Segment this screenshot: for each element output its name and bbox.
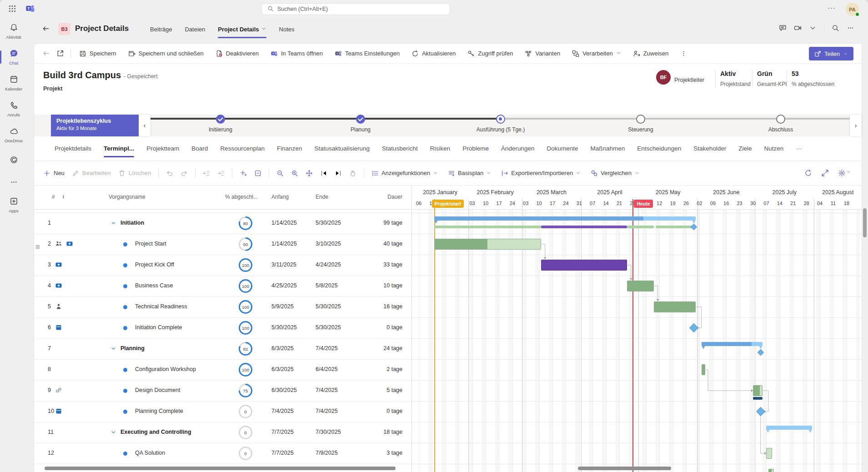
sidebar-item-kalender[interactable]: Kalender — [0, 70, 27, 96]
table-row-7[interactable]: 7Planning826/3/20257/4/202524 tage — [34, 338, 411, 359]
tab-nutzen[interactable]: Nutzen — [764, 136, 783, 161]
table-row-12[interactable]: 12QA Solution07/7/20257/9/20253 tage — [34, 443, 411, 464]
sidebar-item-apps[interactable]: Apps — [0, 192, 27, 218]
tab-entscheidungen[interactable]: Entscheidungen — [637, 136, 681, 161]
channel-tab-beiträge[interactable]: Beiträge — [150, 18, 172, 40]
column-header-5[interactable]: Ende — [316, 194, 328, 200]
tab-projektdetails[interactable]: Projektdetails — [55, 136, 91, 161]
back-button[interactable] — [42, 50, 50, 57]
vertical-scrollbar[interactable] — [863, 208, 867, 237]
tab-dokumente[interactable]: Dokumente — [547, 136, 578, 161]
basisplan-menu[interactable]: Basisplan — [448, 170, 491, 177]
task-bar-5[interactable] — [654, 301, 696, 312]
search-input[interactable]: Suchen (Ctrl+Alt+E) — [261, 3, 450, 15]
column-header-2[interactable]: Vorgangsname — [109, 194, 146, 200]
chevron-down-icon[interactable] — [110, 429, 116, 437]
task-bar-2[interactable] — [434, 239, 541, 250]
collapse-all-icon[interactable] — [254, 170, 261, 177]
zoom-fit-icon[interactable] — [306, 170, 313, 177]
sidebar-item-more-dots[interactable] — [0, 174, 27, 192]
tab-ressourcenplan[interactable]: Ressourcenplan — [220, 136, 265, 161]
task-bar-8[interactable] — [702, 364, 705, 375]
task-bar-13[interactable] — [768, 469, 774, 472]
task-bar-9[interactable] — [753, 385, 763, 396]
tab-finanzen[interactable]: Finanzen — [277, 136, 302, 161]
zoom-out-icon[interactable] — [276, 170, 284, 177]
tab-ziele[interactable]: Ziele — [738, 136, 752, 161]
tab-änderungen[interactable]: Änderungen — [501, 136, 535, 161]
summary-bar-7[interactable] — [702, 342, 763, 346]
bpf-stage-label[interactable]: Projektlebenszyklus Aktiv für 3 Monate — [51, 115, 139, 136]
share-button[interactable]: Teilen — [809, 47, 853, 60]
bpf-stage-initiierung[interactable]: Initiierung — [151, 115, 291, 133]
chevron-down-icon[interactable] — [809, 24, 817, 34]
column-header-1[interactable]: i — [60, 194, 66, 201]
row-drag-handle-icon[interactable] — [35, 244, 41, 252]
owner-avatar[interactable]: BF — [656, 70, 671, 85]
column-header-0[interactable]: # — [52, 194, 55, 200]
bpf-stage-steuerung[interactable]: Steuerung — [571, 115, 711, 133]
table-horizontal-scrollbar[interactable] — [45, 467, 396, 470]
waffle-icon[interactable] — [8, 5, 16, 15]
channel-badge[interactable]: B3 — [58, 23, 70, 35]
vergleichen-menu[interactable]: Vergleichen — [591, 170, 639, 177]
tab-projektteam[interactable]: Projektteam — [146, 136, 179, 161]
table-row-2[interactable]: 2Project Start501/14/20253/10/202540 tag… — [34, 234, 411, 255]
table-row-10[interactable]: 10Planning Complete07/4/20257/4/20250 ta… — [34, 401, 411, 422]
refresh-button[interactable] — [804, 169, 812, 177]
deaktivieren-button[interactable]: Deaktivieren — [216, 50, 259, 57]
gear-button[interactable] — [838, 169, 851, 177]
neu-button[interactable]: Neu — [43, 170, 65, 177]
speichern-und-schließen-button[interactable]: Speichern und schließen — [128, 50, 204, 57]
chart-horizontal-scrollbar[interactable] — [578, 467, 671, 470]
task-bar-12[interactable] — [766, 448, 772, 459]
varianten-button[interactable]: Varianten — [525, 50, 560, 57]
jump-start-icon[interactable] — [320, 170, 327, 177]
comment-icon[interactable] — [779, 24, 787, 34]
zugriff-prüfen-button[interactable]: Zugriff prüfen — [467, 50, 513, 57]
summary-bar-11[interactable] — [766, 426, 812, 430]
jump-end-icon[interactable] — [335, 170, 342, 177]
popout-button[interactable] — [56, 50, 64, 57]
aktualisieren-button[interactable]: Aktualisieren — [411, 50, 456, 57]
table-row-8[interactable]: 8Configuration Workshop1006/3/20256/4/20… — [34, 359, 411, 380]
video-icon[interactable] — [794, 24, 802, 34]
table-row-3[interactable]: 3Project Kick Off1003/11/20254/24/202533… — [34, 255, 411, 276]
search-icon[interactable] — [832, 24, 839, 34]
tab-terminpl-[interactable]: Terminpl... — [104, 136, 134, 161]
tab-probleme[interactable]: Probleme — [462, 136, 489, 161]
sidebar-item-anrufe[interactable]: Anrufe — [0, 96, 27, 122]
expand-button[interactable] — [821, 169, 829, 177]
tab-board[interactable]: Board — [191, 136, 208, 161]
bpf-next-button[interactable]: › — [850, 115, 862, 136]
table-row-6[interactable]: 6Initiation Complete1005/30/20255/30/202… — [34, 317, 411, 338]
exportieren-importieren-menu[interactable]: Exportieren/Importieren — [501, 170, 581, 177]
avatar[interactable]: PA — [846, 3, 859, 16]
column-header-4[interactable]: Anfang — [271, 194, 289, 200]
tab-risiken[interactable]: Risiken — [430, 136, 450, 161]
bpf-stage-ausführung-5-tge-[interactable]: Ausführung (5 Tge.) — [431, 115, 571, 133]
column-header-6[interactable]: Dauer — [381, 194, 402, 200]
command-overflow-button[interactable] — [680, 50, 687, 57]
verarbeiten-button[interactable]: Verarbeiten — [572, 50, 621, 57]
bpf-stage-planung[interactable]: Planung — [291, 115, 431, 133]
table-row-9[interactable]: 9Design Document756/30/20257/4/20255 tag… — [34, 380, 411, 401]
chevron-down-icon[interactable] — [110, 220, 116, 227]
speichern-button[interactable]: Speichern — [79, 50, 116, 57]
column-header-3[interactable]: % abgeschl... — [225, 194, 258, 200]
sidebar-item-chat[interactable]: Chat — [0, 44, 27, 70]
tab-ma-nahmen[interactable]: Maßnahmen — [591, 136, 625, 161]
sidebar-item-onedrive[interactable]: OneDrive — [0, 122, 27, 148]
topbar-more-button[interactable]: ··· — [828, 4, 836, 11]
channel-tab-notes[interactable]: Notes — [279, 18, 295, 40]
table-row-4[interactable]: 4Business Case1004/25/20255/8/202510 tag… — [34, 276, 411, 296]
add-task-icon[interactable] — [240, 170, 247, 177]
table-row-5[interactable]: 5Technical Readiness1005/9/20255/30/2025… — [34, 296, 411, 317]
table-row-1[interactable]: 1Initiation801/14/20255/30/202599 tage — [34, 213, 411, 234]
bpf-collapse-button[interactable]: ‹ — [139, 115, 151, 136]
chevron-down-icon[interactable] — [110, 346, 116, 353]
teams-einstellungen-button[interactable]: TTeams Einstellungen — [335, 50, 400, 57]
tab-statusbericht[interactable]: Statusbericht — [382, 136, 418, 161]
in-teams-öffnen-button[interactable]: TIn Teams öffnen — [271, 50, 323, 57]
tab--[interactable]: ··· — [796, 136, 802, 161]
